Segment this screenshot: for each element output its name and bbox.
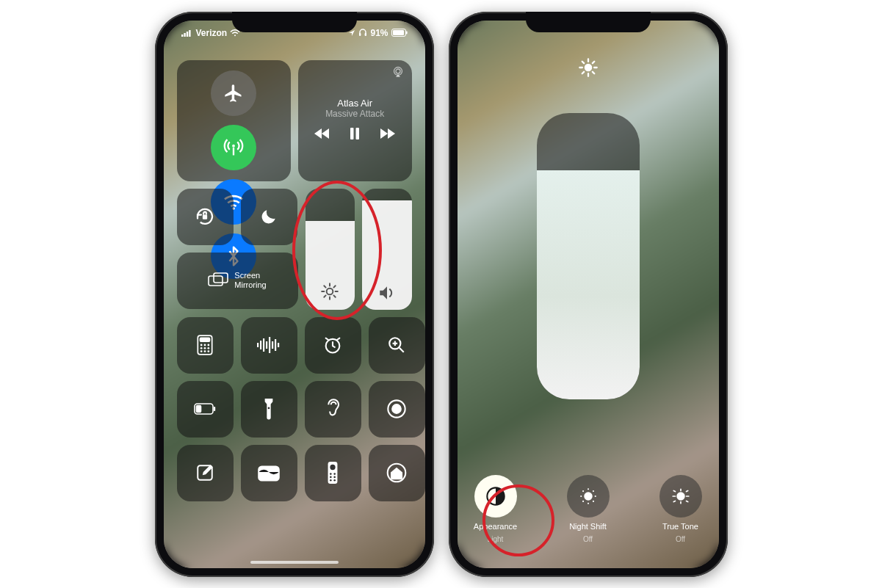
svg-point-19: [327, 288, 333, 294]
magnifier-button[interactable]: [369, 317, 425, 374]
magnifier-icon: [387, 335, 406, 355]
shortcut-grid: [177, 317, 412, 501]
svg-point-62: [587, 488, 588, 490]
svg-point-27: [207, 347, 209, 349]
svg-point-28: [200, 350, 203, 352]
svg-point-23: [204, 344, 206, 346]
svg-point-44: [268, 407, 270, 410]
wallet-button[interactable]: [241, 445, 297, 501]
svg-point-29: [204, 350, 206, 352]
now-playing-panel[interactable]: Atlas Air Massive Attack: [298, 60, 412, 181]
orientation-lock-toggle[interactable]: [177, 189, 234, 245]
moon-icon: [259, 207, 278, 226]
calculator-icon: [197, 335, 213, 355]
night-shift-status: Off: [583, 535, 593, 543]
home-icon: [386, 462, 407, 483]
svg-point-25: [200, 347, 203, 349]
svg-rect-0: [181, 35, 183, 37]
svg-point-51: [330, 465, 335, 470]
svg-rect-34: [266, 341, 267, 349]
do-not-disturb-toggle[interactable]: [241, 189, 297, 245]
svg-rect-16: [203, 215, 207, 219]
svg-point-64: [580, 495, 582, 496]
svg-rect-36: [272, 341, 273, 349]
flashlight-icon: [263, 398, 275, 420]
true-tone-toggle[interactable]: True Tone Off: [648, 475, 714, 543]
cellular-data-toggle[interactable]: [211, 125, 256, 170]
battery-percent: 91%: [370, 28, 388, 38]
svg-rect-43: [214, 407, 215, 411]
svg-point-63: [587, 502, 588, 504]
svg-rect-33: [263, 338, 264, 352]
svg-point-57: [333, 479, 336, 482]
flashlight-button[interactable]: [241, 381, 297, 438]
svg-rect-21: [200, 338, 210, 341]
appearance-icon: [485, 486, 506, 507]
svg-point-26: [204, 347, 206, 349]
svg-rect-37: [275, 339, 276, 351]
svg-point-46: [392, 404, 401, 413]
waveform-icon: [257, 337, 281, 353]
svg-rect-3: [189, 30, 190, 37]
screen-mirroring-label: Screen Mirroring: [234, 271, 266, 290]
phone-frame-left: Verizon 91%: [155, 12, 434, 577]
svg-point-52: [330, 473, 332, 475]
battery-icon: [391, 29, 408, 37]
brightness-header-icon: [578, 57, 599, 81]
alarm-button[interactable]: [305, 317, 361, 374]
volume-slider[interactable]: [362, 189, 412, 310]
airplay-icon[interactable]: [391, 66, 405, 78]
antenna-icon: [223, 137, 244, 158]
true-tone-icon: [670, 487, 691, 506]
svg-point-30: [207, 350, 209, 352]
notch: [232, 12, 357, 32]
play-pause-button[interactable]: [350, 126, 360, 143]
svg-rect-17: [209, 276, 223, 286]
notes-button[interactable]: [177, 445, 234, 501]
svg-rect-1: [184, 33, 185, 37]
now-playing-artist: Massive Attack: [325, 109, 384, 119]
appearance-title: Appearance: [474, 522, 517, 531]
brightness-slider[interactable]: [306, 189, 355, 310]
now-playing-title: Atlas Air: [325, 98, 384, 109]
svg-point-67: [592, 500, 593, 501]
appearance-toggle[interactable]: Appearance Light: [463, 475, 529, 543]
low-power-icon: [194, 403, 216, 415]
calculator-button[interactable]: [177, 317, 234, 374]
svg-rect-32: [260, 341, 261, 349]
svg-point-69: [582, 500, 583, 501]
svg-point-68: [592, 490, 593, 491]
headphones-icon: [358, 29, 367, 37]
svg-rect-35: [269, 337, 270, 353]
home-button[interactable]: [369, 445, 425, 501]
screen-record-button[interactable]: [369, 381, 425, 438]
cellular-bars-icon: [181, 29, 193, 37]
svg-rect-5: [359, 33, 361, 36]
svg-point-70: [677, 493, 684, 500]
svg-point-65: [594, 495, 596, 496]
svg-point-4: [234, 35, 236, 36]
low-power-button[interactable]: [177, 381, 234, 438]
hearing-button[interactable]: [305, 381, 361, 438]
remote-icon: [328, 462, 338, 484]
next-track-button[interactable]: [379, 126, 395, 143]
screen-brightness-expanded: Appearance Light Night Shift Off True To…: [458, 21, 719, 568]
connectivity-panel[interactable]: [177, 60, 291, 181]
control-center: Atlas Air Massive Attack: [164, 53, 425, 568]
volume-icon: [377, 285, 397, 301]
transport-controls: [314, 126, 395, 143]
orientation-lock-icon: [194, 206, 216, 228]
night-shift-toggle[interactable]: Night Shift Off: [555, 475, 621, 543]
svg-rect-14: [350, 128, 354, 139]
brightness-slider-large[interactable]: [537, 113, 640, 399]
home-indicator[interactable]: [250, 561, 339, 564]
apple-tv-remote-button[interactable]: [305, 445, 361, 501]
svg-point-13: [396, 69, 400, 73]
ear-icon: [324, 398, 341, 420]
voice-memo-button[interactable]: [241, 317, 297, 374]
previous-track-button[interactable]: [314, 126, 330, 143]
wallet-icon: [258, 464, 280, 482]
airplane-mode-toggle[interactable]: [211, 70, 256, 116]
screen-mirroring-button[interactable]: Screen Mirroring: [177, 253, 298, 309]
svg-point-53: [333, 473, 336, 475]
